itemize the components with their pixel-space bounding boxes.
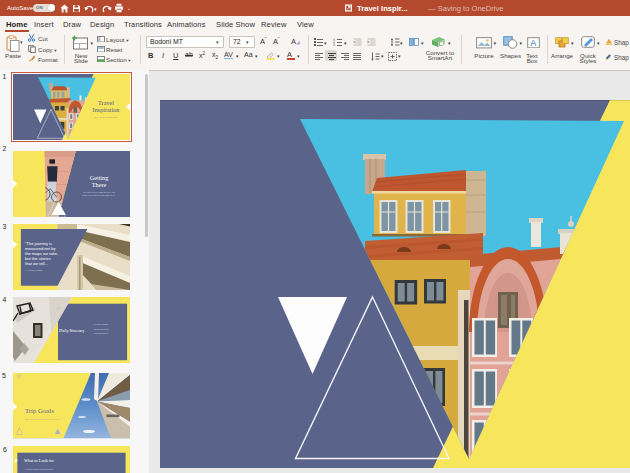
svg-text:• Lorem ipsum: • Lorem ipsum: [93, 324, 108, 326]
svg-text:There: There: [92, 181, 107, 188]
svg-text:Trip Goals: Trip Goals: [25, 407, 54, 414]
svg-text:—ANONYMOUS: —ANONYMOUS: [25, 268, 43, 270]
svg-text:• Dolor sit amet: • Dolor sit amet: [93, 328, 109, 330]
svg-text:that we tell...: that we tell...: [25, 260, 48, 265]
svg-text:• Consectetuer: • Consectetuer: [93, 333, 108, 335]
svg-text:WHAT WE’RE READY TO ENJOY: WHAT WE’RE READY TO ENJOY: [25, 418, 61, 421]
svg-text:A: A: [530, 38, 536, 48]
svg-text:3: 3: [333, 43, 335, 46]
svg-text:BY AVERY HOWARD: BY AVERY HOWARD: [95, 116, 118, 119]
svg-text:The traveler sees what he sees: The traveler sees what he sees. The: [83, 191, 115, 193]
svg-text:tripper sees what he has come: tripper sees what he has come to see.: [82, 194, 116, 196]
svg-text:Inspiration: Inspiration: [93, 105, 120, 112]
svg-text:Daily Itinerary: Daily Itinerary: [59, 329, 85, 334]
svg-text:What to Look for: What to Look for: [24, 458, 55, 463]
svg-text:• Lorem ipsum dolor sit amet: • Lorem ipsum dolor sit amet: [24, 468, 54, 470]
